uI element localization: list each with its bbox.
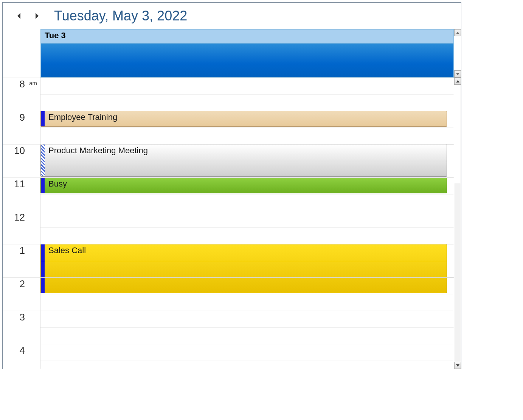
svg-marker-5 (456, 364, 459, 367)
event-title: Sales Call (45, 244, 447, 293)
event-title: Busy (45, 178, 447, 193)
prev-day-button[interactable] (13, 10, 25, 22)
time-gutter: 8am91011121234 (3, 78, 40, 369)
grid-scrollbar[interactable] (454, 78, 461, 369)
allday-scroll-track (454, 36, 461, 70)
day-column-header: Tue 3 (40, 29, 454, 78)
time-gutter-header (3, 29, 40, 78)
hour-label: 8am (3, 78, 40, 90)
allday-scroll-up-button[interactable] (454, 29, 461, 36)
grid-scroll-track-top[interactable] (454, 85, 461, 183)
event-column[interactable]: Employee Training Product Marketing Meet… (40, 78, 454, 369)
grid-scroll-down-button[interactable] (454, 362, 461, 369)
hour-label: 9 (3, 112, 40, 123)
allday-event[interactable] (41, 44, 453, 77)
svg-marker-4 (456, 80, 459, 82)
hour-label: 2 (3, 278, 40, 290)
svg-marker-3 (456, 73, 459, 75)
day-header-area: Tue 3 (3, 29, 461, 78)
calendar-header: Tuesday, May 3, 2022 (3, 3, 461, 29)
event-title: Product Marketing Meeting (45, 145, 447, 176)
next-day-button[interactable] (31, 10, 43, 22)
allday-scrollbar (454, 29, 461, 78)
date-title: Tuesday, May 3, 2022 (54, 8, 187, 24)
event-busy[interactable]: Busy (40, 177, 447, 193)
grid-scroll-up-button[interactable] (454, 78, 461, 85)
event-sales-call[interactable]: Sales Call (40, 244, 447, 293)
hour-label: 11 (3, 178, 40, 190)
hour-label: 4 (3, 345, 40, 356)
status-strip-busy (41, 178, 45, 193)
calendar-day-view: Tuesday, May 3, 2022 Tue 3 8am9101112123… (2, 2, 461, 369)
event-employee-training[interactable]: Employee Training (40, 111, 447, 127)
event-product-marketing-meeting[interactable]: Product Marketing Meeting (40, 144, 447, 177)
status-strip-tentative (41, 145, 45, 176)
svg-marker-1 (36, 13, 39, 19)
allday-row[interactable] (40, 44, 454, 78)
grid-scroll-track[interactable] (454, 183, 461, 362)
status-strip-busy (41, 244, 45, 293)
hour-label: 3 (3, 311, 40, 323)
svg-marker-2 (456, 32, 459, 34)
hour-label: 12 (3, 212, 40, 223)
hour-label: 1 (3, 245, 40, 257)
day-label[interactable]: Tue 3 (40, 29, 454, 44)
hour-label: 10 (3, 145, 40, 157)
status-strip-busy (41, 111, 45, 126)
calendar-grid: 8am91011121234 Employee Training Product… (3, 78, 461, 369)
allday-scroll-down-button[interactable] (454, 70, 461, 78)
svg-marker-0 (17, 13, 20, 19)
ampm-label: am (29, 80, 37, 86)
event-title: Employee Training (45, 111, 447, 126)
